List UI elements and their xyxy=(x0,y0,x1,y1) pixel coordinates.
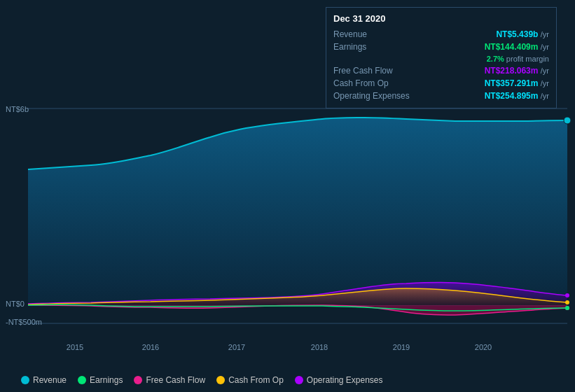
legend-opex[interactable]: Operating Expenses xyxy=(295,375,383,385)
legend-dot-opex xyxy=(295,376,303,384)
x-label-2019: 2019 xyxy=(393,343,410,351)
tooltip-row-cashfromop: Cash From Op NT$357.291m /yr xyxy=(333,77,549,90)
tooltip-panel: Dec 31 2020 Revenue NT$5.439b /yr Earnin… xyxy=(326,7,557,108)
tooltip-title: Dec 31 2020 xyxy=(333,13,549,24)
tooltip-row-fcf: Free Cash Flow NT$218.063m /yr xyxy=(333,64,549,77)
svg-point-9 xyxy=(565,306,569,310)
legend-label-cashfromop: Cash From Op xyxy=(228,375,284,385)
legend-fcf[interactable]: Free Cash Flow xyxy=(134,375,205,385)
legend-label-revenue: Revenue xyxy=(33,375,67,385)
legend-label-earnings: Earnings xyxy=(90,375,123,385)
chart-container: NT$6b NT$0 -NT$500m 2015 2016 2017 2018 … xyxy=(0,0,575,392)
svg-point-7 xyxy=(565,300,569,304)
legend-earnings[interactable]: Earnings xyxy=(78,375,123,385)
legend-dot-fcf xyxy=(134,376,142,384)
legend-label-fcf: Free Cash Flow xyxy=(146,375,205,385)
chart-legend: Revenue Earnings Free Cash Flow Cash Fro… xyxy=(21,375,383,385)
svg-point-6 xyxy=(565,293,569,298)
legend-cashfromop[interactable]: Cash From Op xyxy=(216,375,284,385)
legend-dot-earnings xyxy=(78,376,86,384)
legend-revenue[interactable]: Revenue xyxy=(21,375,67,385)
x-label-2020: 2020 xyxy=(475,343,492,351)
y-label-bot: -NT$500m xyxy=(6,318,42,326)
tooltip-row-revenue: Revenue NT$5.439b /yr xyxy=(333,28,549,41)
legend-dot-cashfromop xyxy=(216,376,225,384)
tooltip-row-earnings: Earnings NT$144.409m /yr xyxy=(333,41,549,53)
y-label-top: NT$6b xyxy=(6,105,29,113)
legend-dot-revenue xyxy=(21,376,29,384)
y-label-mid: NT$0 xyxy=(6,300,25,308)
x-label-2015: 2015 xyxy=(67,343,83,351)
x-label-2017: 2017 xyxy=(228,343,245,351)
tooltip-profit-margin: 2.7% profit margin xyxy=(333,53,549,64)
x-label-2016: 2016 xyxy=(142,343,159,351)
legend-label-opex: Operating Expenses xyxy=(307,375,383,385)
svg-point-5 xyxy=(564,117,571,124)
tooltip-row-opex: Operating Expenses NT$254.895m /yr xyxy=(333,90,549,102)
x-label-2018: 2018 xyxy=(311,343,328,351)
